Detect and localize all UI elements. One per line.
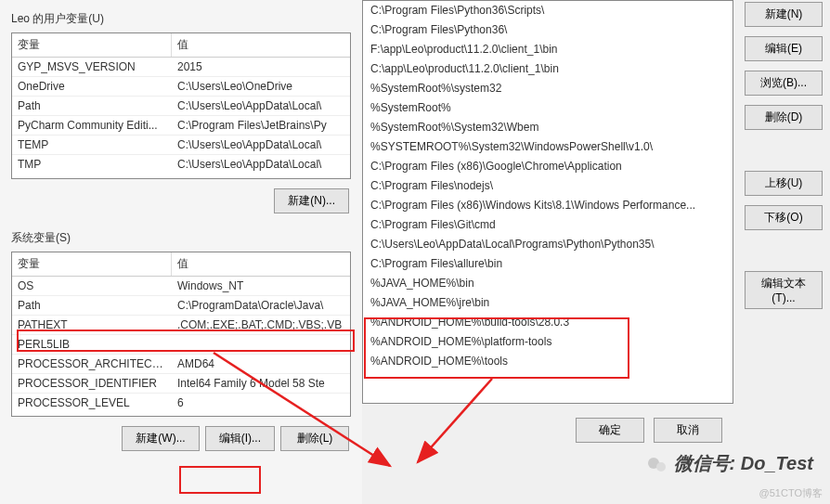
list-item[interactable]: C:\Program Files\Git\cmd (363, 215, 733, 235)
list-item[interactable]: %ANDROID_HOME%\build-tools\28.0.3 (363, 313, 733, 332)
list-item[interactable]: %ANDROID_HOME%\tools (363, 352, 733, 371)
table-row[interactable]: OneDriveC:\Users\Leo\OneDrive (12, 77, 350, 97)
path-edit-list[interactable]: C:\Program Files\Python36\Scripts\C:\Pro… (362, 0, 733, 404)
edit-button[interactable]: 编辑(E) (745, 36, 823, 61)
var-value: 6 (172, 394, 350, 412)
sys-delete-button[interactable]: 删除(L) (280, 426, 349, 451)
list-item[interactable]: %SYSTEMROOT%\System32\WindowsPowerShell\… (363, 137, 733, 157)
col-name: 变量 (12, 33, 172, 57)
list-item[interactable]: F:\app\Leo\product\11.2.0\client_1\bin (363, 40, 733, 59)
list-item[interactable]: %ANDROID_HOME%\platform-tools (363, 332, 733, 352)
col-value: 值 (172, 252, 350, 276)
var-name: PROCESSOR_IDENTIFIER (12, 374, 172, 393)
cancel-button[interactable]: 取消 (654, 418, 722, 443)
sys-vars-header: 变量 值 (12, 252, 350, 277)
var-value: C:\Users\Leo\AppData\Local\ (172, 155, 350, 174)
list-item[interactable]: C:\Program Files\allure\bin (363, 254, 733, 274)
var-value: C:\Users\Leo\OneDrive (172, 77, 350, 96)
var-name: Path (12, 97, 172, 115)
var-value: AMD64 (172, 355, 350, 373)
movedown-button[interactable]: 下移(O) (745, 205, 823, 230)
table-row[interactable]: TEMPC:\Users\Leo\AppData\Local\ (12, 136, 350, 155)
var-value: Windows_NT (172, 277, 350, 295)
list-item[interactable]: C:\Program Files\nodejs\ (363, 176, 733, 196)
table-row[interactable]: TMPC:\Users\Leo\AppData\Local\ (12, 155, 350, 174)
delete-button[interactable]: 删除(D) (745, 105, 823, 130)
var-name: GYP_MSVS_VERSION (12, 58, 172, 76)
browse-button[interactable]: 浏览(B)... (745, 71, 823, 96)
table-row[interactable]: PathC:\Users\Leo\AppData\Local\ (12, 97, 350, 116)
sys-vars-label: 系统变量(S) (11, 230, 351, 246)
col-name: 变量 (12, 252, 172, 276)
new-button[interactable]: 新建(N) (745, 2, 823, 27)
var-name: OneDrive (12, 77, 172, 96)
user-vars-header: 变量 值 (12, 33, 350, 58)
table-row[interactable]: PATHEXT.COM;.EXE;.BAT;.CMD;.VBS;.VB (12, 316, 350, 335)
var-name: TEMP (12, 136, 172, 154)
blog-watermark: @51CTO博客 (759, 486, 823, 500)
var-value: C:\ProgramData\Oracle\Java\ (172, 296, 350, 315)
list-item[interactable]: C:\Program Files (x86)\Windows Kits\8.1\… (363, 196, 733, 215)
var-value: C:\Program Files\JetBrains\Py (172, 116, 350, 135)
table-row[interactable]: PathC:\ProgramData\Oracle\Java\ (12, 296, 350, 316)
var-name: PROCESSOR_ARCHITECT... (12, 355, 172, 373)
var-name: PROCESSOR_LEVEL (12, 394, 172, 412)
list-item[interactable]: %SystemRoot%\System32\Wbem (363, 118, 733, 137)
user-vars-table[interactable]: 变量 值 GYP_MSVS_VERSION2015OneDriveC:\User… (11, 32, 351, 179)
wechat-watermark: 微信号: Do_Test (646, 451, 813, 476)
var-value: .COM;.EXE;.BAT;.CMD;.VBS;.VB (172, 316, 350, 334)
user-vars-label: Leo 的用户变量(U) (11, 11, 351, 27)
var-name: TMP (12, 155, 172, 174)
moveup-button[interactable]: 上移(U) (745, 171, 823, 196)
table-row[interactable]: PROCESSOR_LEVEL6 (12, 394, 350, 412)
var-name: PyCharm Community Editi... (12, 116, 172, 135)
ok-button[interactable]: 确定 (576, 418, 644, 443)
var-name: PATHEXT (12, 316, 172, 334)
table-row[interactable]: PROCESSOR_ARCHITECT...AMD64 (12, 355, 350, 374)
table-row[interactable]: PyCharm Community Editi...C:\Program Fil… (12, 116, 350, 136)
var-value: C:\Users\Leo\AppData\Local\ (172, 136, 350, 154)
var-value: C:\Users\Leo\AppData\Local\ (172, 97, 350, 115)
list-item[interactable]: %SystemRoot%\system32 (363, 79, 733, 98)
list-item[interactable]: C:\Program Files\Python36\Scripts\ (363, 1, 733, 20)
list-item[interactable]: C:\app\Leo\product\11.2.0\client_1\bin (363, 59, 733, 79)
col-value: 值 (172, 33, 350, 57)
table-row[interactable]: PROCESSOR_IDENTIFIERIntel64 Family 6 Mod… (12, 374, 350, 394)
var-value: 2015 (172, 58, 350, 76)
table-row[interactable]: GYP_MSVS_VERSION2015 (12, 58, 350, 77)
var-name: Path (12, 296, 172, 315)
var-value (172, 335, 350, 354)
edittext-button[interactable]: 编辑文本(T)... (745, 271, 823, 309)
var-value: Intel64 Family 6 Model 58 Ste (172, 374, 350, 393)
wechat-icon (646, 454, 668, 476)
list-item[interactable]: C:\Program Files\Python36\ (363, 20, 733, 40)
list-item[interactable]: %SystemRoot% (363, 98, 733, 118)
list-item[interactable]: %JAVA_HOME%\jre\bin (363, 293, 733, 313)
svg-point-4 (656, 462, 666, 472)
user-new-button[interactable]: 新建(N)... (274, 188, 349, 213)
var-name: OS (12, 277, 172, 295)
table-row[interactable]: PERL5LIB (12, 335, 350, 355)
sys-edit-button[interactable]: 编辑(I)... (205, 426, 275, 451)
table-row[interactable]: OSWindows_NT (12, 277, 350, 296)
list-item[interactable]: C:\Program Files (x86)\Google\Chrome\App… (363, 157, 733, 176)
sys-new-button[interactable]: 新建(W)... (122, 426, 199, 451)
var-name: PERL5LIB (12, 335, 172, 354)
sys-vars-table[interactable]: 变量 值 OSWindows_NTPathC:\ProgramData\Orac… (11, 252, 351, 417)
list-item[interactable]: %JAVA_HOME%\bin (363, 274, 733, 293)
list-item[interactable]: C:\Users\Leo\AppData\Local\Programs\Pyth… (363, 235, 733, 254)
